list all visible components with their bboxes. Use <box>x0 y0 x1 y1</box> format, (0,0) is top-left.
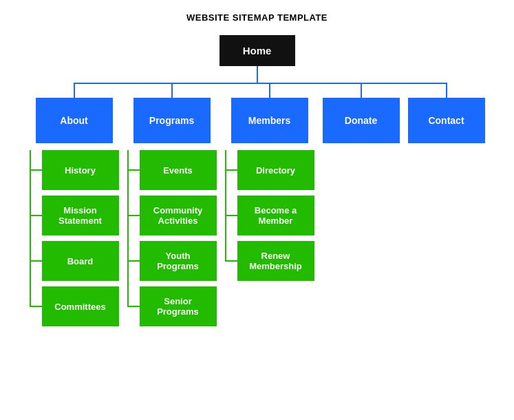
child-node-programs-0[interactable]: Events <box>140 150 217 190</box>
child-item-row: Events <box>127 150 217 190</box>
green-hline <box>30 169 42 171</box>
green-vline-programs <box>127 150 129 306</box>
green-hline <box>225 215 237 216</box>
child-item-row: Board <box>30 241 119 281</box>
green-hline <box>30 215 42 216</box>
branch-stem-donate <box>361 83 362 98</box>
green-hline <box>30 260 42 262</box>
branch-col-about: AboutHistoryMission StatementBoardCommit… <box>25 83 123 326</box>
branch-col-programs: ProgramsEventsCommunity ActivitiesYouth … <box>123 83 221 326</box>
child-node-about-2[interactable]: Board <box>42 241 119 281</box>
sitemap-page: WEBSITE SITEMAP TEMPLATE Home AboutHisto… <box>14 12 500 326</box>
node-members[interactable]: Members <box>231 98 308 143</box>
branch-stem-programs <box>171 83 173 98</box>
home-block: Home <box>219 35 295 83</box>
children-about: HistoryMission StatementBoardCommittees <box>30 150 119 326</box>
child-node-programs-1[interactable]: Community Activities <box>140 196 217 235</box>
branch-stem-about <box>74 83 75 98</box>
children-members: DirectoryBecome a MemberRenew Membership <box>225 150 314 281</box>
child-node-about-1[interactable]: Mission Statement <box>42 196 119 235</box>
child-item-row: Renew Membership <box>225 241 314 281</box>
child-node-programs-3[interactable]: Senior Programs <box>140 286 217 326</box>
home-stem-line <box>257 66 258 83</box>
node-contact[interactable]: Contact <box>408 98 485 143</box>
child-node-members-0[interactable]: Directory <box>237 150 314 190</box>
child-item-row: History <box>30 150 119 190</box>
branch-stem-members <box>269 83 270 98</box>
branch-col-contact: Contact <box>404 83 489 143</box>
green-hline <box>225 260 237 262</box>
node-donate[interactable]: Donate <box>323 98 400 143</box>
child-item-row: Youth Programs <box>127 241 217 281</box>
page-title: WEBSITE SITEMAP TEMPLATE <box>186 12 328 23</box>
child-node-about-0[interactable]: History <box>42 150 119 190</box>
children-programs: EventsCommunity ActivitiesYouth Programs… <box>127 150 217 326</box>
green-vline-about <box>30 150 31 306</box>
child-item-row: Community Activities <box>127 196 217 235</box>
node-programs[interactable]: Programs <box>133 98 211 143</box>
green-hline <box>127 306 140 307</box>
branch-col-members: MembersDirectoryBecome a MemberRenew Mem… <box>221 83 319 281</box>
child-item-row: Committees <box>30 286 119 326</box>
home-node[interactable]: Home <box>219 35 295 66</box>
green-hline <box>127 215 140 216</box>
child-item-row: Senior Programs <box>127 286 217 326</box>
branches-wrapper: AboutHistoryMission StatementBoardCommit… <box>25 83 489 326</box>
branch-col-donate: Donate <box>319 83 404 143</box>
child-node-members-2[interactable]: Renew Membership <box>237 241 314 281</box>
green-vline-members <box>225 150 226 261</box>
green-hline <box>30 306 42 307</box>
child-item-row: Become a Member <box>225 196 314 235</box>
child-item-row: Mission Statement <box>30 196 119 235</box>
child-item-row: Directory <box>225 150 314 190</box>
green-hline <box>127 260 140 262</box>
green-hline <box>225 169 237 171</box>
child-node-members-1[interactable]: Become a Member <box>237 196 314 235</box>
green-hline <box>127 169 140 171</box>
child-node-programs-2[interactable]: Youth Programs <box>140 241 217 281</box>
branch-stem-contact <box>446 83 447 98</box>
child-node-about-3[interactable]: Committees <box>42 286 119 326</box>
h-connector-bar <box>74 83 447 84</box>
sitemap-root: Home AboutHistoryMission StatementBoardC… <box>25 35 489 326</box>
node-about[interactable]: About <box>36 98 113 143</box>
